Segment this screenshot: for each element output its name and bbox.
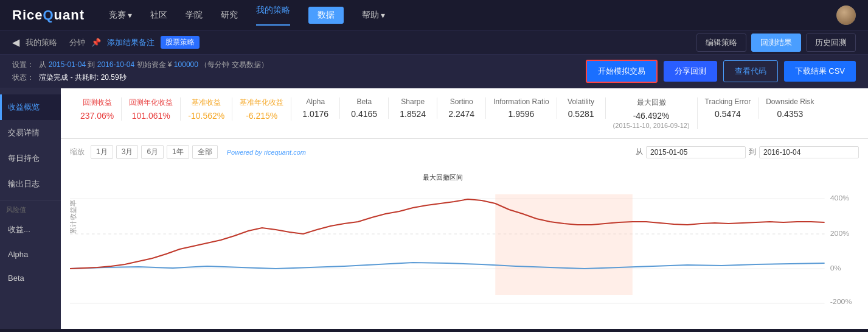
add-note-button[interactable]: 添加结果备注 bbox=[107, 37, 155, 48]
powered-by: Powered by ricequant.com bbox=[227, 149, 306, 156]
config-status-line: 状态： 渲染完成 - 共耗时: 20.59秒 bbox=[12, 72, 268, 83]
sub-nav-left: ◀ 我的策略 分钟 📌 添加结果备注 股票策略 bbox=[12, 36, 687, 49]
metric-value-9: 0.5281 bbox=[568, 109, 594, 119]
chart-date-from-input[interactable] bbox=[646, 146, 746, 158]
time-all-button[interactable]: 全部 bbox=[192, 145, 218, 159]
avatar-image bbox=[836, 5, 856, 25]
share-backtest-button[interactable]: 分享回测 bbox=[664, 61, 717, 82]
nav-my-strategy[interactable]: 我的策略 bbox=[256, 5, 290, 26]
sidebar-item-logs[interactable]: 输出日志 bbox=[0, 171, 61, 197]
from-label: 从 bbox=[39, 60, 46, 69]
sidebar-risk-group: 风险值 bbox=[0, 200, 61, 217]
metric-item-2: 基准收益 -10.562% bbox=[181, 97, 232, 121]
sidebar-item-beta[interactable]: Beta bbox=[0, 266, 61, 290]
nav-items: 竞赛 ▾ 社区 学院 研究 我的策略 数据 帮助 ▾ bbox=[109, 5, 836, 26]
time-1m-button[interactable]: 1月 bbox=[91, 145, 113, 159]
svg-text:-200%: -200% bbox=[830, 298, 852, 304]
chevron-down-icon: ▾ bbox=[128, 10, 132, 20]
sidebar-item-overview[interactable]: 收益概览 bbox=[0, 94, 61, 120]
metric-label-2: 基准收益 bbox=[192, 97, 221, 108]
download-csv-button[interactable]: 下载结果 CSV bbox=[784, 61, 856, 82]
metric-value-11: 0.5474 bbox=[715, 109, 741, 119]
nav-help[interactable]: 帮助 ▾ bbox=[362, 10, 385, 21]
metric-label-12: Downside Risk bbox=[766, 97, 814, 106]
metric-item-10: 最大回撤 -46.492% (2015-11-10, 2016-09-12) bbox=[606, 97, 698, 129]
svg-text:400%: 400% bbox=[830, 194, 850, 202]
metric-label-10: 最大回撤 bbox=[637, 97, 666, 108]
history-backtest-button[interactable]: 历史回测 bbox=[806, 34, 856, 52]
backtest-result-button[interactable]: 回测结果 bbox=[751, 34, 801, 52]
metric-label-7: Sortino bbox=[450, 97, 473, 106]
metric-item-1: 回测年化收益 101.061% bbox=[122, 97, 181, 121]
metric-item-8: Information Ratio 1.9596 bbox=[486, 97, 557, 119]
sub-nav-right: 编辑策略 回测结果 历史回测 bbox=[696, 34, 856, 52]
metric-value-6: 1.8524 bbox=[400, 109, 426, 119]
time-6m-button[interactable]: 6月 bbox=[141, 145, 164, 159]
metric-value-0: 237.06% bbox=[80, 111, 114, 121]
metric-item-6: Sharpe 1.8524 bbox=[389, 97, 437, 119]
sidebar-item-alpha[interactable]: Alpha bbox=[0, 242, 61, 266]
top-nav: RiceQuant 竞赛 ▾ 社区 学院 研究 我的策略 数据 帮助 ▾ bbox=[0, 0, 868, 30]
data-type: （每分钟 交易数据） bbox=[200, 60, 268, 69]
avatar[interactable] bbox=[836, 5, 856, 25]
metric-label-4: Alpha bbox=[306, 97, 325, 106]
svg-rect-4 bbox=[495, 194, 633, 295]
metric-item-4: Alpha 1.0176 bbox=[291, 97, 340, 119]
simulate-trade-button[interactable]: 开始模拟交易 bbox=[586, 60, 658, 83]
svg-text:0%: 0% bbox=[830, 264, 841, 272]
sidebar-item-trades[interactable]: 交易详情 bbox=[0, 120, 61, 146]
chart-date-range: 从 到 bbox=[636, 146, 859, 158]
nav-competition[interactable]: 竞赛 ▾ bbox=[109, 10, 132, 21]
metric-value-2: -10.562% bbox=[188, 111, 224, 121]
breadcrumb-minute: 分钟 bbox=[69, 37, 85, 48]
chart-date-to-input[interactable] bbox=[759, 146, 859, 158]
metric-item-11: Tracking Error 0.5474 bbox=[698, 97, 759, 119]
chart-controls: 缩放 1月 3月 6月 1年 全部 Powered by ricequant.c… bbox=[70, 145, 859, 159]
metric-sub-10: (2015-11-10, 2016-09-12) bbox=[613, 122, 690, 129]
performance-chart: 400% 200% 0% -200% 累计收益率 bbox=[70, 164, 859, 304]
metric-value-10: -46.492% bbox=[633, 111, 670, 121]
metric-item-3: 基准年化收益 -6.215% bbox=[232, 97, 291, 121]
metric-item-7: Sortino 2.2474 bbox=[437, 97, 486, 119]
sidebar-item-positions[interactable]: 每日持仓 bbox=[0, 146, 61, 171]
logo[interactable]: RiceQuant bbox=[12, 7, 85, 23]
chart-container: 最大回撤区间 400% 200% 0% bbox=[70, 164, 859, 304]
breadcrumb-my-strategy: 我的策略 bbox=[26, 37, 57, 48]
svg-text:200%: 200% bbox=[830, 230, 850, 237]
to-label: 到 bbox=[749, 147, 756, 157]
metric-value-1: 101.061% bbox=[132, 111, 170, 121]
to-label: 到 bbox=[88, 60, 95, 69]
metric-value-5: 0.4165 bbox=[351, 109, 377, 119]
view-code-button[interactable]: 查看代码 bbox=[723, 60, 778, 82]
metrics-row: 回测收益 237.06% 回测年化收益 101.061% 基准收益 -10.56… bbox=[61, 88, 868, 139]
metric-item-5: Beta 0.4165 bbox=[340, 97, 389, 119]
metric-label-9: Volatility bbox=[568, 97, 594, 106]
svg-text:累计收益率: 累计收益率 bbox=[70, 200, 77, 234]
metric-item-9: Volatility 0.5281 bbox=[557, 97, 606, 119]
metric-label-0: 回测收益 bbox=[83, 97, 112, 108]
capital-label: 初始资金 ¥ bbox=[137, 60, 172, 69]
metric-label-1: 回测年化收益 bbox=[129, 97, 173, 108]
setup-label: 设置： bbox=[12, 60, 34, 69]
time-3m-button[interactable]: 3月 bbox=[116, 145, 139, 159]
date-start: 2015-01-04 bbox=[49, 60, 86, 69]
main-container: 收益概览 交易详情 每日持仓 输出日志 风险值 收益... Alpha Beta… bbox=[0, 88, 868, 329]
time-1y-button[interactable]: 1年 bbox=[167, 145, 189, 159]
back-button[interactable]: ◀ bbox=[12, 37, 19, 48]
date-end: 2016-10-04 bbox=[97, 60, 134, 69]
config-info: 设置： 从 2015-01-04 到 2016-10-04 初始资金 ¥ 100… bbox=[12, 60, 268, 83]
nav-research[interactable]: 研究 bbox=[221, 10, 238, 21]
edit-strategy-button[interactable]: 编辑策略 bbox=[696, 34, 746, 52]
metric-item-0: 回测收益 237.06% bbox=[73, 97, 122, 121]
sub-nav: ◀ 我的策略 分钟 📌 添加结果备注 股票策略 编辑策略 回测结果 历史回测 bbox=[0, 30, 868, 55]
config-buttons: 开始模拟交易 分享回测 查看代码 下载结果 CSV bbox=[586, 60, 856, 83]
sidebar-item-returns[interactable]: 收益... bbox=[0, 217, 61, 242]
nav-community[interactable]: 社区 bbox=[150, 10, 167, 21]
nav-right bbox=[836, 5, 856, 25]
nav-data[interactable]: 数据 bbox=[308, 7, 344, 24]
nav-academy[interactable]: 学院 bbox=[186, 10, 203, 21]
chart-annotation: 最大回撤区间 bbox=[423, 173, 463, 182]
metric-value-8: 1.9596 bbox=[509, 109, 535, 119]
logo-highlight: Q bbox=[43, 7, 54, 23]
metric-value-3: -6.215% bbox=[246, 111, 277, 121]
